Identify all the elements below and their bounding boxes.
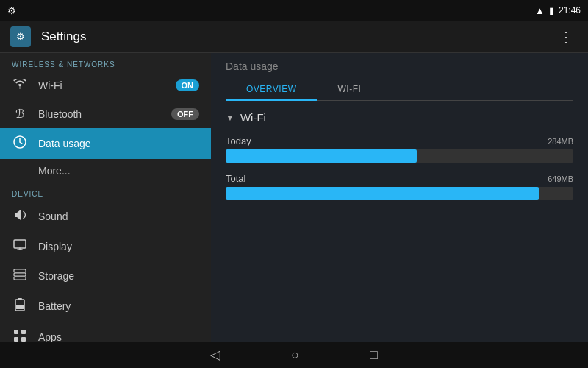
svg-rect-7 — [16, 305, 24, 309]
back-button[interactable]: ◁ — [204, 344, 226, 366]
svg-rect-3 — [14, 273, 26, 276]
sidebar: WIRELESS & NETWORKS Wi-Fi ON ℬ Bluetooth… — [0, 53, 211, 342]
wifi-label: Wi-Fi — [38, 79, 165, 91]
wifi-icon — [12, 79, 28, 92]
today-bar-track — [226, 149, 573, 163]
svg-rect-10 — [14, 337, 18, 342]
display-label: Display — [38, 241, 199, 252]
sidebar-item-sound[interactable]: Sound — [0, 201, 211, 232]
svg-rect-11 — [21, 337, 26, 342]
content-header: Data usage OVERVIEW WI-FI — [211, 53, 588, 101]
svg-rect-4 — [14, 277, 26, 280]
sidebar-item-storage[interactable]: Storage — [0, 261, 211, 291]
settings-icon: ⚙ — [7, 5, 16, 16]
wifi-status-icon: ▲ — [535, 5, 545, 16]
status-bar: ⚙ ▲ ▮ 21:46 — [0, 0, 588, 21]
storage-label: Storage — [38, 270, 199, 282]
tab-overview[interactable]: OVERVIEW — [226, 78, 317, 100]
app-title: Settings — [41, 29, 554, 44]
sound-label: Sound — [38, 210, 199, 222]
section-header-wireless: WIRELESS & NETWORKS — [0, 53, 211, 71]
svg-rect-8 — [14, 330, 18, 334]
today-value: 284MB — [548, 137, 573, 146]
bottom-nav: ◁ ○ □ — [0, 342, 588, 368]
wifi-toggle[interactable]: ON — [176, 79, 200, 91]
sidebar-item-apps[interactable]: Apps — [0, 322, 211, 342]
status-right: ▲ ▮ 21:46 — [535, 5, 581, 16]
more-label: More... — [38, 165, 71, 177]
data-row-today-header: Today 284MB — [226, 135, 573, 146]
sidebar-item-display[interactable]: Display — [0, 232, 211, 261]
total-bar-fill — [226, 187, 539, 200]
app-bar: ⚙ Settings ⋮ — [0, 21, 588, 53]
storage-icon — [12, 269, 28, 283]
total-label: Total — [226, 173, 245, 184]
sidebar-item-wifi[interactable]: Wi-Fi ON — [0, 71, 211, 99]
content-body: ▼ Wi-Fi Today 284MB Total 649MB — [211, 101, 588, 342]
tab-wifi[interactable]: WI-FI — [317, 78, 381, 100]
status-time: 21:46 — [559, 5, 581, 15]
bluetooth-icon: ℬ — [12, 107, 28, 121]
data-row-total-header: Total 649MB — [226, 173, 573, 184]
battery-status-icon: ▮ — [549, 5, 554, 16]
sidebar-item-data-usage[interactable]: Data usage — [0, 128, 211, 159]
sidebar-item-more[interactable]: More... — [0, 159, 211, 183]
content-area: Data usage OVERVIEW WI-FI ▼ Wi-Fi Today — [211, 53, 588, 342]
bluetooth-toggle[interactable]: OFF — [171, 108, 199, 120]
data-usage-icon — [12, 135, 28, 152]
sound-icon — [12, 208, 28, 224]
apps-label: Apps — [38, 331, 199, 342]
bluetooth-label: Bluetooth — [38, 108, 161, 120]
status-left: ⚙ — [7, 5, 16, 16]
chevron-down-icon: ▼ — [226, 113, 234, 123]
svg-rect-6 — [18, 298, 22, 300]
app-icon: ⚙ — [10, 26, 31, 47]
data-row-today: Today 284MB — [226, 135, 573, 163]
today-label: Today — [226, 135, 251, 146]
wifi-section-label: Wi-Fi — [240, 111, 266, 124]
home-button[interactable]: ○ — [285, 344, 305, 366]
total-value: 649MB — [548, 174, 573, 183]
battery-label: Battery — [38, 300, 199, 312]
total-bar-track — [226, 187, 573, 200]
recent-apps-button[interactable]: □ — [364, 344, 384, 366]
tabs: OVERVIEW WI-FI — [226, 78, 573, 101]
apps-icon — [12, 329, 28, 342]
main-layout: WIRELESS & NETWORKS Wi-Fi ON ℬ Bluetooth… — [0, 53, 588, 342]
data-usage-label: Data usage — [38, 138, 199, 149]
data-row-total: Total 649MB — [226, 173, 573, 200]
page-title: Data usage — [226, 60, 573, 72]
battery-icon — [12, 298, 28, 314]
today-bar-fill — [226, 149, 417, 163]
svg-rect-1 — [14, 240, 26, 248]
sidebar-item-bluetooth[interactable]: ℬ Bluetooth OFF — [0, 99, 211, 128]
overflow-menu-button[interactable]: ⋮ — [554, 25, 578, 49]
sidebar-item-battery[interactable]: Battery — [0, 291, 211, 322]
svg-rect-9 — [21, 330, 26, 334]
svg-rect-2 — [14, 269, 26, 272]
wifi-section-header: ▼ Wi-Fi — [226, 111, 573, 124]
section-header-device: DEVICE — [0, 183, 211, 201]
display-icon — [12, 239, 28, 254]
